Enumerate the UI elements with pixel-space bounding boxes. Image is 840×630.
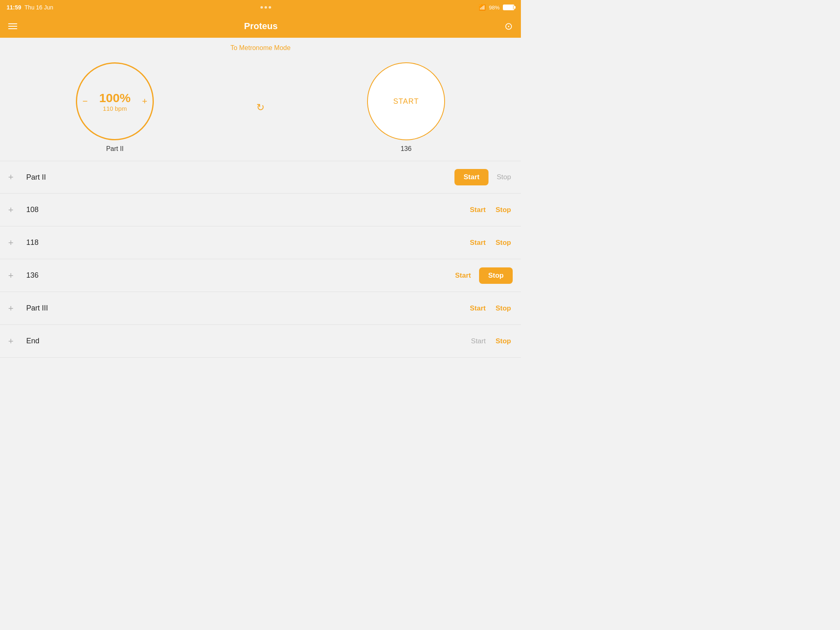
start-button[interactable]: Start xyxy=(468,235,487,251)
row-actions: Start Stop xyxy=(468,235,513,251)
menu-button[interactable] xyxy=(8,23,17,29)
row-actions: Start Stop xyxy=(468,300,513,317)
hamburger-line-2 xyxy=(8,26,17,27)
start-button[interactable]: Start xyxy=(468,300,487,317)
wifi-icon: 📶 xyxy=(479,4,486,11)
list-item: + 136 Start Stop xyxy=(0,259,521,292)
row-add-button[interactable]: + xyxy=(8,172,18,183)
row-add-button[interactable]: + xyxy=(8,336,18,347)
tempo-circle[interactable]: − 100% 110 bpm + xyxy=(76,62,154,140)
row-label: Part III xyxy=(26,304,468,313)
row-label: Part II xyxy=(26,173,454,182)
list-section: + Part II Start Stop + 108 Start Stop + … xyxy=(0,161,521,358)
tempo-increase-button[interactable]: + xyxy=(142,96,147,107)
row-actions: Start Stop xyxy=(454,169,513,185)
battery-fill xyxy=(504,5,513,9)
row-label: 108 xyxy=(26,205,468,214)
row-add-button[interactable]: + xyxy=(8,237,18,248)
controls-section: − 100% 110 bpm + Part II ↻ START 136 xyxy=(0,58,521,161)
upload-button[interactable]: ⊙ xyxy=(504,21,513,32)
stop-button[interactable]: Stop xyxy=(494,300,513,317)
nav-bar: Proteus ⊙ xyxy=(0,15,521,38)
stop-button[interactable]: Stop xyxy=(494,333,513,349)
hamburger-line-1 xyxy=(8,23,17,24)
row-label: 136 xyxy=(26,271,453,280)
list-item: + 118 Start Stop xyxy=(0,226,521,259)
dot-3 xyxy=(269,6,271,9)
row-add-button[interactable]: + xyxy=(8,270,18,281)
start-label: 136 xyxy=(401,145,412,153)
tempo-circle-container: − 100% 110 bpm + xyxy=(76,62,154,140)
metronome-mode-link[interactable]: To Metronome Mode xyxy=(0,38,521,58)
status-bar: 11:59 Thu 16 Jun 📶 98% xyxy=(0,0,521,15)
battery-percent: 98% xyxy=(489,5,500,11)
stop-button[interactable]: Stop xyxy=(479,267,513,284)
status-date: Thu 16 Jun xyxy=(25,4,53,11)
center-refresh: ↻ xyxy=(256,102,265,113)
row-actions: Start Stop xyxy=(468,202,513,218)
hamburger-line-3 xyxy=(8,28,17,29)
start-button[interactable]: Start xyxy=(469,333,487,349)
start-control: START 136 xyxy=(367,62,445,153)
start-button[interactable]: Start xyxy=(454,169,488,185)
row-label: 118 xyxy=(26,238,468,247)
start-circle-container: START xyxy=(367,62,445,140)
dot-2 xyxy=(265,6,267,9)
start-button-label: START xyxy=(393,97,419,106)
list-item: + 108 Start Stop xyxy=(0,194,521,226)
dot-1 xyxy=(260,6,263,9)
battery-bar xyxy=(503,5,514,10)
tempo-decrease-button[interactable]: − xyxy=(82,96,88,107)
stop-button[interactable]: Stop xyxy=(495,169,513,185)
status-right: 📶 98% xyxy=(479,4,514,11)
status-time: 11:59 xyxy=(7,4,21,11)
status-dots xyxy=(260,6,271,9)
list-item: + End Start Stop xyxy=(0,325,521,358)
row-add-button[interactable]: + xyxy=(8,205,18,215)
stop-button[interactable]: Stop xyxy=(494,202,513,218)
tempo-control: − 100% 110 bpm + Part II xyxy=(76,62,154,153)
tempo-label: Part II xyxy=(106,145,124,153)
start-button[interactable]: Start xyxy=(453,267,472,284)
row-actions: Start Stop xyxy=(453,267,513,284)
row-add-button[interactable]: + xyxy=(8,303,18,314)
list-item: + Part II Start Stop xyxy=(0,161,521,194)
app-title: Proteus xyxy=(244,21,278,32)
start-circle[interactable]: START xyxy=(367,62,445,140)
list-item: + Part III Start Stop xyxy=(0,292,521,325)
stop-button[interactable]: Stop xyxy=(494,235,513,251)
tempo-bpm: 110 bpm xyxy=(103,105,127,112)
tempo-inner: 100% 110 bpm xyxy=(99,91,131,112)
main-content: To Metronome Mode − 100% 110 bpm + Part … xyxy=(0,38,521,358)
refresh-icon[interactable]: ↻ xyxy=(256,102,265,113)
row-actions: Start Stop xyxy=(469,333,513,349)
tempo-percent: 100% xyxy=(99,91,131,105)
battery-indicator xyxy=(503,5,514,10)
start-button[interactable]: Start xyxy=(468,202,487,218)
row-label: End xyxy=(26,337,469,345)
